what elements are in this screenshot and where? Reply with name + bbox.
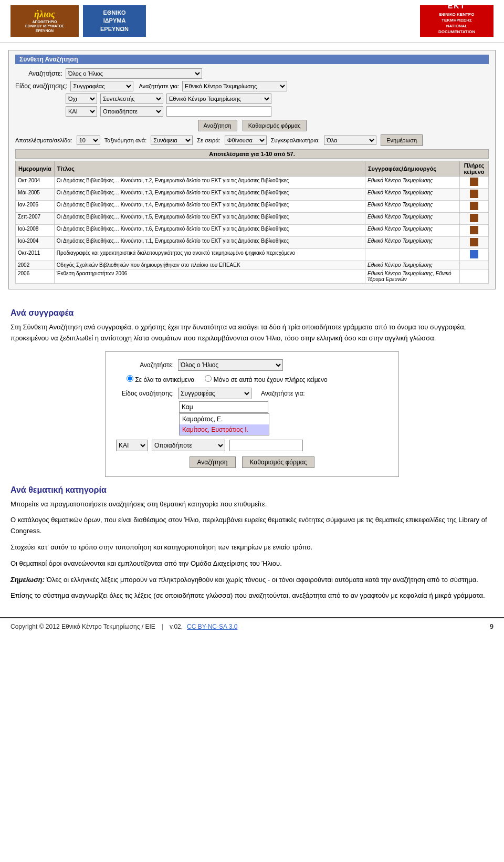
radio2-input[interactable]: [205, 375, 212, 382]
order-label: Σε σειρά:: [197, 137, 220, 143]
demo-author-input[interactable]: [179, 401, 268, 413]
search-main-label: Αναζητήστε:: [15, 70, 62, 77]
demo-clear-button[interactable]: Καθαρισμός φόρμας: [242, 456, 315, 468]
col-title: Τίτλος: [54, 161, 365, 176]
cell-author: Εθνικό Κέντρο Τεκμηρίωσης: [365, 225, 460, 237]
col-author: Συγγραφέας/Δημιουργός: [365, 161, 460, 176]
demo-type-label: Είδος αναζήτησης:: [116, 390, 174, 397]
search-type-row: Είδος αναζήτησης: Συγγραφέας Αναζητήστε …: [15, 81, 489, 91]
demo-search-button[interactable]: Αναζήτηση: [190, 456, 236, 468]
demo-field-select[interactable]: Οποιαδήποτε: [152, 440, 225, 451]
radio1-label[interactable]: Σε όλα τα αντικείμενα: [127, 375, 194, 383]
full-text-icon[interactable]: [470, 226, 478, 234]
cell-author: [365, 249, 460, 261]
search-type-select[interactable]: Συγγραφέας: [70, 81, 133, 91]
demo-scope-select[interactable]: Όλος ο Ήλιος: [178, 359, 283, 371]
search-button[interactable]: Αναζήτηση: [198, 120, 237, 131]
cell-author: Εθνικό Κέντρο Τεκμηρίωσης: [365, 189, 460, 201]
demo-operator-select[interactable]: ΚΑΙ: [116, 440, 148, 451]
field2-select[interactable]: Οποιαδήποτε: [100, 106, 163, 117]
cell-full: [460, 176, 489, 189]
dropdown-item2[interactable]: Καμίτσος, Ευστράτιος Ι.: [180, 424, 269, 435]
section2-text3: Στοχεύει κατ' αυτόν το τρόπο στην τυποπο…: [10, 542, 494, 553]
main-content: Ανά συγγραφέα Στη Σύνθετη Αναζήτηση ανά …: [0, 295, 504, 617]
demo-type-row: Είδος αναζήτησης: Συγγραφέας Αναζητήστε …: [116, 388, 388, 399]
cell-title: Οι Δημόσιες Βιβλιοθήκες… Κινούνται, τ.1,…: [54, 237, 365, 249]
footer-license[interactable]: CC BY-NC-SA 3.0: [187, 623, 237, 630]
radio2-label[interactable]: Μόνο σε αυτά που έχουν πλήρες κείμενο: [205, 375, 327, 383]
ilios-logo: ήλιος ΑΠΟΘΕΤΗΡΙΟΕΘΝΙΚΟΥ ΙΔΡΥΜΑΤΟΣΕΡΕΥΝΩΝ: [10, 5, 79, 37]
cell-title: Έκθεση δραστηριοτήτων 2006: [54, 269, 365, 284]
table-row: 2006Έκθεση δραστηριοτήτων 2006Εθνικό Κέν…: [16, 269, 489, 284]
note-label: Σημείωση:: [10, 576, 45, 584]
results-per-page-label: Αποτελέσματα/σελίδα:: [15, 137, 72, 143]
search-type-label: Είδος αναζήτησης:: [15, 82, 67, 90]
cell-date: Οκτ-2004: [16, 176, 55, 189]
clear-button[interactable]: Καθαρισμός φόρμας: [243, 120, 307, 131]
cell-title: Οι Δημόσιες Βιβλιοθήκες… Κινούνται, τ.4,…: [54, 201, 365, 213]
table-row: Ιαν-2006Οι Δημόσιες Βιβλιοθήκες… Κινούντ…: [16, 201, 489, 213]
search-for-select[interactable]: Εθνικό Κέντρο Τεκμηρίωσης: [182, 81, 287, 91]
table-row: Ιού-2004Οι Δημόσιες Βιβλιοθήκες… Κινούντ…: [16, 237, 489, 249]
full-text-icon[interactable]: [470, 238, 478, 246]
full-text-icon[interactable]: [470, 250, 478, 258]
operator1-select[interactable]: Όχι: [66, 94, 97, 104]
footer-copyright: Copyright © 2012 Εθνικό Κέντρο Τεκμηρίωσ…: [10, 623, 155, 630]
dropdown-item1[interactable]: Καμαράτος, Ε.: [180, 414, 269, 424]
full-text-icon[interactable]: [470, 202, 478, 210]
cell-title: Οι Δημόσιες Βιβλιοθήκες… Κινούνται, τ.2,…: [54, 176, 365, 189]
demo-search-form: Αναζητήστε: Όλος ο Ήλιος Σε όλα τα αντικ…: [105, 351, 399, 477]
cell-full: [460, 201, 489, 213]
cell-full: [460, 213, 489, 225]
demo-search-row: Αναζητήστε: Όλος ο Ήλιος: [116, 359, 388, 371]
full-text-icon[interactable]: [470, 214, 478, 222]
search-panel: Σύνθετη Αναζήτηση Αναζητήστε: Όλος ο Ήλι…: [8, 50, 496, 289]
demo-op-row: ΚΑΙ Οποιαδήποτε: [116, 440, 388, 451]
cell-title: Οι Δημόσιες Βιβλιοθήκες… Κινούνται, τ.5,…: [54, 213, 365, 225]
cell-title: Οι Δημόσιες Βιβλιοθήκες… Κινούνται, τ.6,…: [54, 225, 365, 237]
operator2-select[interactable]: ΚΑΙ: [66, 106, 97, 117]
section2-extra: Επίσης το σύστημα αναγνωρίζει όλες τις λ…: [10, 590, 494, 601]
for-label: Αναζητήστε για:: [139, 83, 179, 89]
value1-select[interactable]: Εθνικό Κέντρο Τεκμηρίωσης: [166, 94, 271, 104]
cell-title: Προδιαγραφές και χαρακτηριστικά διαλειτο…: [54, 249, 365, 261]
demo-input-row: Καμαράτος, Ε. Καμίτσος, Ευστράτιος Ι.: [179, 401, 388, 435]
demo-for-label: Αναζητήστε για:: [261, 390, 305, 397]
footer-page-number: 9: [490, 622, 494, 630]
field1-select[interactable]: Συντελεστής: [100, 94, 163, 104]
cell-author: Εθνικό Κέντρο Τεκμηρίωσης: [365, 261, 460, 269]
radio1-input[interactable]: [127, 375, 133, 382]
col-date: Ημερομηνία: [16, 161, 55, 176]
order-select[interactable]: Φθίνουσα: [225, 136, 267, 145]
demo-search-label: Αναζητήστε:: [116, 361, 174, 369]
cell-author: Εθνικό Κέντρο Τεκμηρίωσης: [365, 237, 460, 249]
demo-type-select[interactable]: Συγγραφέας: [178, 388, 251, 399]
search-scope-select[interactable]: Όλος ο Ήλιος: [66, 68, 202, 79]
results-options-row: Αποτελέσματα/σελίδα: 10 Ταξινόμηση ανά: …: [15, 134, 489, 146]
demo-value2-input[interactable]: [229, 440, 303, 451]
results-table: Ημερομηνία Τίτλος Συγγραφέας/Δημιουργός …: [15, 161, 489, 284]
note-content: Όλες οι ελληνικές λέξεις μπορούν να πληκ…: [47, 576, 478, 584]
cell-full: [460, 261, 489, 269]
page-footer: Copyright © 2012 Εθνικό Κέντρο Τεκμηρίωσ…: [0, 617, 504, 635]
footer-sep1: |: [162, 623, 163, 630]
col-full: Πλήρες κείμενο: [460, 161, 489, 176]
update-button[interactable]: Ενημέρωση: [381, 134, 423, 146]
demo-btn-row: Αναζήτηση Καθαρισμός φόρμας: [116, 456, 388, 468]
section2-note: Σημείωση: Όλες οι ελληνικές λέξεις μπορο…: [10, 575, 494, 586]
count-select[interactable]: Όλα: [324, 136, 376, 145]
search-btn-row: Αναζήτηση Καθαρισμός φόρμας: [15, 120, 489, 131]
sort-select[interactable]: Συνάφεια: [151, 136, 193, 145]
value2-input[interactable]: [166, 106, 271, 117]
cell-date: Ιού-2004: [16, 237, 55, 249]
cell-date: Σεπ-2007: [16, 213, 55, 225]
table-row: Ιού-2008Οι Δημόσιες Βιβλιοθήκες… Κινούντ…: [16, 225, 489, 237]
cell-author: Εθνικό Κέντρο Τεκμηρίωσης: [365, 176, 460, 189]
page-header: ήλιος ΑΠΟΘΕΤΗΡΙΟΕΘΝΙΚΟΥ ΙΔΡΥΜΑΤΟΣΕΡΕΥΝΩΝ…: [0, 0, 504, 43]
full-text-icon[interactable]: [470, 190, 478, 198]
results-per-page-select[interactable]: 10: [77, 136, 100, 145]
cell-full: [460, 237, 489, 249]
section2-text1: Μπορείτε να πραγματοποιήσετε αναζητήσεις…: [10, 499, 494, 510]
full-text-icon[interactable]: [470, 178, 478, 186]
ekt-logo: EKT ΕΘΝΙΚΟ ΚΕΝΤΡΟ ΤΕΚΜΗΡΙΩΣΗΣ NATIONAL D…: [420, 5, 494, 37]
